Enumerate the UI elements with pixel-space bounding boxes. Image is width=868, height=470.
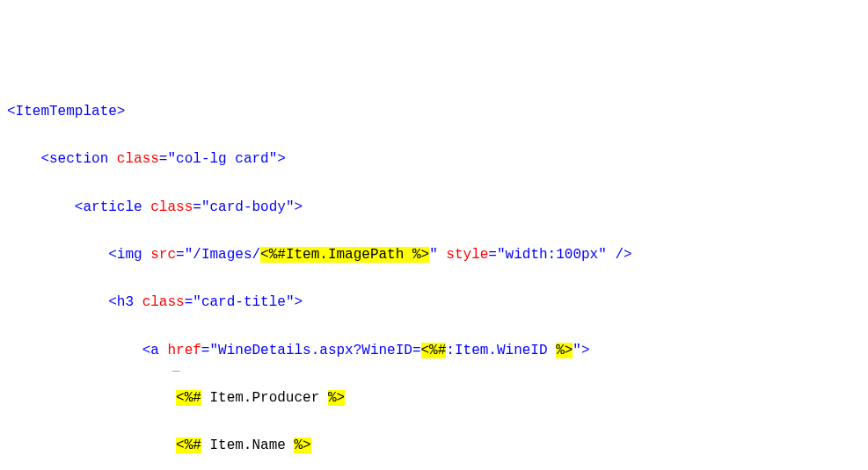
attr-name: class — [117, 151, 159, 167]
asp-expression-open: <%# — [176, 390, 201, 406]
attr-name: class — [150, 199, 193, 215]
attr-value: WineDetails.aspx?WineID= — [218, 343, 420, 358]
asp-expression-body: Item.Name — [201, 437, 295, 453]
asp-expression-close: %> — [328, 390, 345, 406]
tag-name: ItemTemplate — [16, 104, 117, 119]
asp-expression-close: %> — [556, 343, 573, 358]
attr-value: col-lg card — [176, 151, 269, 167]
attr-value: card-title — [201, 294, 286, 310]
code-line: <ItemTemplate> — [7, 100, 861, 124]
tag-name: h3 — [117, 294, 134, 310]
asp-expression: <%#Item.ImagePath %> — [260, 247, 429, 263]
attr-name: src — [150, 247, 176, 263]
outline-marker: _ — [172, 357, 179, 378]
asp-expression-open: <%# — [421, 343, 447, 358]
code-line: <%# Item.Name %> — [7, 434, 861, 458]
code-line: <a href="WineDetails.aspx?WineID=<%#:Ite… — [7, 339, 861, 363]
tag-name: article — [83, 199, 142, 215]
code-line: <h3 class="card-title"> — [7, 291, 861, 315]
attr-name: style — [446, 247, 488, 263]
tag-name: a — [150, 343, 159, 358]
code-line: <article class="card-body"> — [7, 196, 861, 220]
asp-expression-open: <%# — [176, 437, 201, 453]
tag-name: img — [117, 247, 142, 263]
code-line: <section class="col-lg card"> — [7, 148, 861, 171]
attr-value: card-body — [209, 199, 285, 215]
code-editor[interactable]: <ItemTemplate> <section class="col-lg ca… — [7, 100, 861, 470]
attr-value: width:100px — [506, 247, 599, 263]
attr-value: /Images/ — [193, 247, 260, 263]
attr-name: class — [142, 294, 185, 310]
tag-name: section — [49, 151, 108, 167]
code-line: <img src="/Images/<%#Item.ImagePath %>" … — [7, 243, 861, 267]
asp-expression-close: %> — [294, 437, 310, 453]
asp-expression-body: Item.Producer — [201, 390, 328, 406]
angle-bracket: < — [7, 104, 16, 119]
code-line: <%# Item.Producer %> — [7, 387, 861, 410]
angle-bracket: > — [117, 104, 126, 119]
